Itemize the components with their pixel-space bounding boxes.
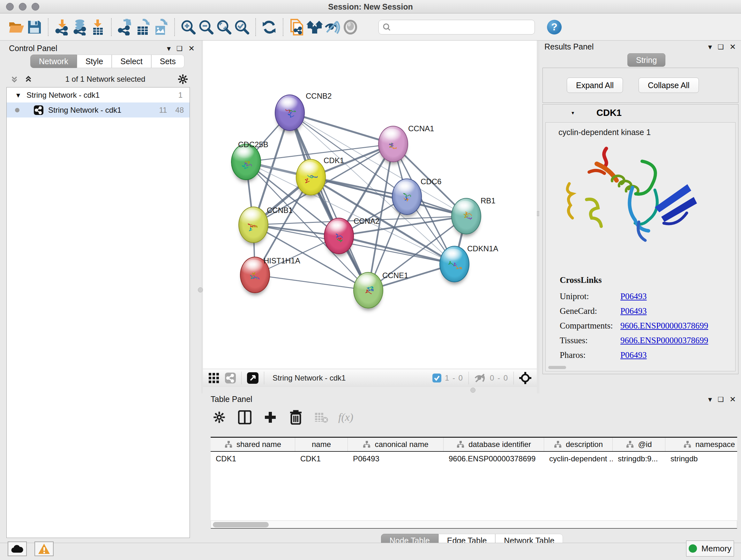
hide-panel-eye-icon[interactable] (324, 17, 341, 37)
network-node-cdk1[interactable] (296, 159, 326, 195)
control-panel-menu-icon[interactable]: ▾ (167, 45, 171, 52)
open-session-icon[interactable] (8, 17, 25, 37)
grid-view-icon[interactable] (208, 372, 219, 384)
table-cell[interactable]: stringdb:9... (613, 452, 665, 466)
import-table-icon[interactable] (89, 17, 107, 37)
birdseye-view-icon[interactable] (247, 372, 259, 384)
export-image-icon[interactable] (152, 17, 170, 37)
section-collapse-icon[interactable]: ▾ (571, 110, 574, 116)
export-table-icon[interactable] (134, 17, 152, 37)
network-node-ccna2[interactable] (324, 218, 354, 254)
table-cell[interactable]: CDK1 (211, 452, 295, 466)
expand-all-icon[interactable] (23, 74, 33, 84)
results-scrollbar-thumb[interactable] (548, 366, 566, 369)
network-node-ccna1[interactable] (378, 126, 408, 162)
node-label-cdc25b: CDC25B (238, 140, 268, 149)
column-header-shared-name[interactable]: shared name (211, 438, 295, 451)
network-edge[interactable] (290, 113, 368, 290)
collapse-all-icon[interactable] (10, 74, 19, 84)
cloud-status-button[interactable] (8, 542, 27, 556)
collection-expand-icon[interactable]: ▾ (16, 91, 20, 100)
table-hscrollbar-thumb[interactable] (213, 522, 269, 527)
zoom-selected-icon[interactable] (233, 17, 251, 37)
save-session-icon[interactable] (25, 17, 44, 37)
network-node-cdc25b[interactable] (231, 144, 261, 180)
create-column-plus-icon[interactable] (262, 409, 279, 426)
network-edge-count: 48 (175, 106, 184, 115)
tab-network[interactable]: Network (30, 55, 77, 68)
memory-button[interactable]: Memory (686, 541, 734, 557)
toolbar-search[interactable] (379, 20, 535, 35)
table-panel-float-icon[interactable]: ❑ (718, 395, 724, 403)
import-network-from-database-icon[interactable] (71, 17, 89, 37)
collapse-all-button[interactable]: Collapse All (638, 78, 699, 93)
network-node-cdkn1a[interactable] (440, 246, 469, 282)
column-header-database-identifier[interactable]: database identifier (444, 438, 544, 451)
horizontal-splitter-handle[interactable] (470, 388, 475, 393)
crosslink-link[interactable]: P06493 (620, 306, 647, 316)
delete-column-trash-icon[interactable] (287, 409, 305, 426)
column-header--id[interactable]: @id (613, 438, 665, 451)
home-network-icon[interactable] (306, 17, 324, 37)
help-icon[interactable]: ? (547, 20, 562, 35)
network-edge[interactable] (255, 275, 368, 290)
left-splitter-handle[interactable] (198, 287, 203, 293)
control-panel-float-icon[interactable]: ❑ (177, 45, 183, 52)
export-network-icon[interactable] (116, 17, 134, 37)
table-cell[interactable]: 9606.ENSP00000378699 (444, 452, 544, 466)
network-share-gray-icon[interactable] (225, 372, 236, 384)
table-panel-menu-icon[interactable]: ▾ (708, 395, 712, 403)
column-header-description[interactable]: description (544, 438, 613, 451)
column-header-namespace[interactable]: namespace (665, 438, 737, 451)
crosslink-link[interactable]: P06493 (620, 292, 647, 301)
zoom-out-icon[interactable] (197, 17, 215, 37)
crosslink-link[interactable]: P06493 (620, 350, 647, 360)
zoom-in-icon[interactable] (179, 17, 197, 37)
table-panel-title: Table Panel (211, 395, 253, 404)
crosslink-link[interactable]: 9606.ENSP00000378699 (620, 335, 708, 346)
tab-sets[interactable]: Sets (151, 55, 185, 68)
search-input[interactable] (394, 22, 531, 32)
show-columns-icon[interactable] (236, 409, 253, 426)
selected-checkbox-icon[interactable] (432, 373, 442, 383)
results-panel-close-icon[interactable]: ✕ (730, 43, 736, 51)
column-header-canonical-name[interactable]: canonical name (348, 438, 444, 451)
table-cell[interactable]: stringdb (665, 452, 737, 466)
expand-all-button[interactable]: Expand All (567, 78, 623, 93)
network-node-cdc6[interactable] (392, 179, 422, 215)
network-collection-row[interactable]: ▾ String Network - cdk1 1 (7, 87, 190, 103)
network-node-ccne1[interactable] (353, 272, 383, 308)
zoom-fit-icon[interactable] (215, 17, 233, 37)
column-header-name[interactable]: name (295, 438, 348, 451)
network-canvas[interactable]: CCNB2CCNA1CDC25BCDK1CDC6RB1CCNB1CCNA2CDK… (203, 41, 537, 369)
table-options-gear-icon[interactable] (211, 409, 228, 426)
network-options-gear-icon[interactable] (178, 74, 188, 84)
crosslink-link[interactable]: 9606.ENSP00000378699 (620, 321, 708, 331)
render-detail-icon[interactable] (341, 17, 359, 37)
table-hscrollbar[interactable] (211, 520, 737, 529)
tab-select[interactable]: Select (112, 55, 151, 68)
network-row[interactable]: String Network - cdk1 11 48 (7, 103, 190, 118)
tab-style[interactable]: Style (77, 55, 112, 68)
main-toolbar: ? (0, 14, 741, 41)
table-row[interactable]: CDK1CDK1P064939606.ENSP00000378699cyclin… (211, 452, 737, 466)
right-splitter[interactable] (537, 41, 539, 393)
results-panel-float-icon[interactable]: ❑ (718, 43, 724, 51)
network-edge[interactable] (290, 113, 393, 144)
string-import-icon[interactable] (288, 17, 306, 37)
table-cell[interactable]: P06493 (348, 452, 444, 466)
table-cell[interactable]: cyclin-dependent ... (544, 452, 613, 466)
import-network-icon[interactable] (53, 17, 71, 37)
control-panel-close-icon[interactable]: ✕ (188, 45, 195, 52)
fit-selection-crosshair-icon[interactable] (519, 372, 532, 384)
table-cell[interactable]: CDK1 (295, 452, 348, 466)
warnings-button[interactable] (35, 542, 54, 556)
network-node-ccnb2[interactable] (275, 95, 305, 131)
tab-string[interactable]: String (627, 53, 665, 67)
refresh-icon[interactable] (260, 17, 278, 37)
results-panel-menu-icon[interactable]: ▾ (708, 43, 712, 51)
network-node-ccnb1[interactable] (239, 206, 268, 243)
crosslink-label: Tissues: (560, 335, 620, 346)
network-node-rb1[interactable] (451, 198, 481, 234)
table-panel-close-icon[interactable]: ✕ (730, 395, 736, 403)
